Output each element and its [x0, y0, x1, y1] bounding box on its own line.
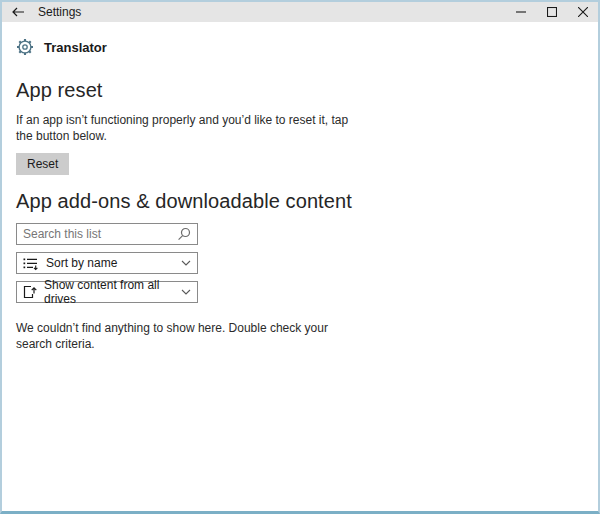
- close-icon: [578, 7, 588, 17]
- chevron-down-icon: [181, 260, 191, 266]
- drives-dropdown[interactable]: Show content from all drives: [16, 281, 198, 303]
- back-arrow-icon: [12, 7, 25, 17]
- app-header: Translator: [16, 38, 583, 56]
- app-reset-heading: App reset: [16, 79, 583, 102]
- chevron-down-icon: [181, 289, 191, 295]
- minimize-button[interactable]: [505, 2, 536, 22]
- maximize-button[interactable]: [536, 2, 567, 22]
- minimize-icon: [516, 11, 526, 13]
- drives-dropdown-label: Show content from all drives: [44, 278, 181, 306]
- addons-heading: App add-ons & downloadable content: [16, 190, 583, 213]
- settings-window: Settings: [0, 0, 600, 514]
- sort-dropdown-label: Sort by name: [46, 256, 117, 270]
- sort-icon: [23, 256, 39, 271]
- search-box: [16, 223, 198, 245]
- page-content: Translator App reset If an app isn’t fun…: [2, 22, 598, 511]
- maximize-icon: [547, 7, 557, 17]
- sort-dropdown[interactable]: Sort by name: [16, 252, 198, 274]
- back-button[interactable]: [2, 2, 34, 22]
- window-title: Settings: [38, 5, 81, 19]
- page-title: Translator: [44, 40, 107, 55]
- reset-button[interactable]: Reset: [16, 153, 69, 175]
- titlebar: Settings: [2, 2, 598, 22]
- app-reset-description: If an app isn’t functioning properly and…: [16, 112, 364, 144]
- search-icon[interactable]: [177, 227, 191, 241]
- close-button[interactable]: [567, 2, 598, 22]
- search-input[interactable]: [23, 227, 177, 241]
- empty-results-message: We couldn’t find anything to show here. …: [16, 320, 328, 352]
- gear-icon: [16, 38, 34, 56]
- drive-icon: [23, 285, 37, 299]
